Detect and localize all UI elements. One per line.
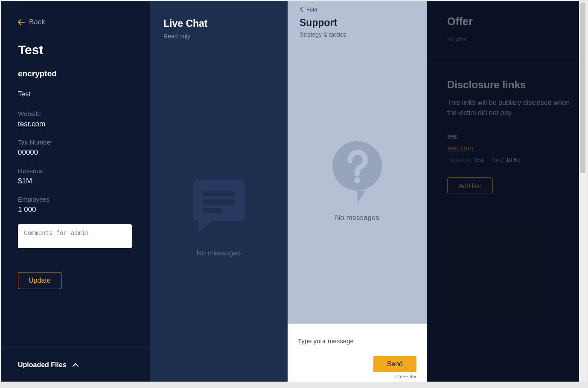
svg-rect-1 [203,200,235,205]
disclosure-link-meta: Password: test Size: 10 Kb [447,156,579,163]
question-bubble-icon [329,139,385,203]
description-text: Test [18,90,133,98]
message-input[interactable] [298,332,416,349]
offer-title: Offer [447,15,579,28]
details-scroll: Back Test encrypted Test Website tesr.co… [1,1,150,347]
password-label: Password: [447,156,473,163]
employees-label: Employees [18,196,133,203]
add-link-button[interactable]: Add link [447,177,493,194]
offer-disclosure-panel: Offer No offer Disclosure links This lin… [427,1,579,382]
compose-area: Send Ctrl+Enter [288,324,427,382]
back-label: Back [29,18,45,26]
app-shell: Back Test encrypted Test Website tesr.co… [1,1,579,382]
no-offer-text: No offer [447,36,579,43]
svg-point-4 [354,177,360,183]
live-chat-empty-text: No messages [197,249,241,258]
support-title: Support [300,17,415,29]
live-chat-subtitle: Read only [163,33,274,40]
chevron-left-icon [300,7,304,12]
size-meta: Size: 10 Kb [492,156,521,163]
live-chat-empty-state: No messages [163,48,274,382]
employees-value: 1 000 [18,206,133,214]
size-label: Size: [492,156,504,163]
update-button[interactable]: Update [18,272,61,289]
size-value: 10 Kb [506,156,521,163]
page-title: Test [18,43,133,57]
disclosure-title: Disclosure links [447,79,579,91]
disclosure-link-name: test [447,133,579,140]
revenue-value: $1M [18,177,133,185]
chat-bubble-icon [187,172,251,236]
details-panel: Back Test encrypted Test Website tesr.co… [1,1,150,382]
svg-rect-2 [203,208,222,213]
tax-value: 00000 [18,148,133,157]
password-meta: Password: test [447,156,483,163]
support-panel: Fold Support Strategy & tactics No messa… [288,1,427,382]
support-subtitle: Strategy & tactics [300,31,415,38]
password-value: test [474,156,483,163]
disclosure-link-url[interactable]: test.com [447,145,473,152]
arrow-left-icon [18,19,25,25]
send-button[interactable]: Send [373,356,416,372]
fold-label: Fold [306,6,317,13]
support-empty-state: No messages [288,38,427,324]
uploaded-files-label: Uploaded Files [18,361,67,369]
support-empty-text: No messages [335,214,379,222]
status-text: encrypted [18,69,133,78]
disclosure-description: This links will be publicly disclosed wh… [447,98,579,118]
website-label: Website [18,110,133,117]
back-button[interactable]: Back [18,18,45,26]
uploaded-files-toggle[interactable]: Uploaded Files [1,347,150,382]
support-head: Fold Support Strategy & tactics [288,1,427,38]
live-chat-panel: Live Chat Read only No messages [150,1,288,382]
scrollbar[interactable] [579,1,587,382]
tax-label: Tax Number [18,139,133,146]
compose-actions: Send Ctrl+Enter [298,356,416,379]
fold-button[interactable]: Fold [300,6,317,13]
svg-rect-0 [203,191,235,196]
revenue-label: Revenue [18,167,133,174]
chevron-up-icon [73,363,79,367]
comments-input[interactable] [18,224,132,248]
panel-divider [427,63,579,64]
website-link[interactable]: tesr.com [18,120,133,128]
live-chat-title: Live Chat [163,18,274,29]
send-shortcut-hint: Ctrl+Enter [395,374,416,379]
